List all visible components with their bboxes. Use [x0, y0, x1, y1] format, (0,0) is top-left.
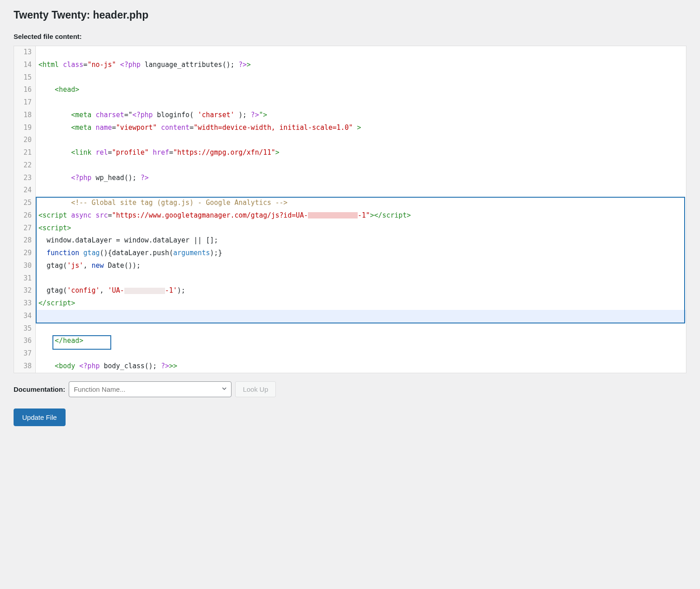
code-line[interactable] — [36, 159, 686, 172]
line-number: 36 — [14, 335, 36, 347]
line-number: 38 — [14, 360, 36, 373]
function-name-select[interactable] — [69, 381, 232, 397]
line-number: 28 — [14, 234, 36, 247]
line-number: 21 — [14, 147, 36, 159]
code-line[interactable]: </head> — [36, 335, 686, 347]
code-line[interactable] — [36, 323, 686, 335]
code-line[interactable] — [36, 96, 686, 109]
line-number: 24 — [14, 184, 36, 197]
lookup-button[interactable]: Look Up — [235, 381, 276, 397]
code-line[interactable]: <!-- Global site tag (gtag.js) - Google … — [36, 197, 686, 209]
code-line[interactable]: <?php wp_head(); ?> — [36, 172, 686, 185]
redacted-id — [308, 212, 358, 218]
code-line[interactable] — [36, 310, 686, 323]
code-line[interactable]: function gtag(){dataLayer.push(arguments… — [36, 247, 686, 260]
code-line[interactable]: <body <?php body_class(); ?>>> — [36, 360, 686, 373]
line-number: 34 — [14, 310, 36, 323]
line-number: 29 — [14, 247, 36, 260]
code-line[interactable]: <script> — [36, 222, 686, 235]
line-number: 14 — [14, 59, 36, 71]
page-title: Twenty Twenty: header.php — [14, 9, 686, 21]
line-number: 22 — [14, 159, 36, 172]
code-line[interactable]: </script> — [36, 297, 686, 310]
line-number: 15 — [14, 71, 36, 84]
line-number: 30 — [14, 260, 36, 272]
line-number: 33 — [14, 297, 36, 310]
code-line[interactable] — [36, 272, 686, 285]
code-line[interactable] — [36, 184, 686, 197]
line-number: 20 — [14, 134, 36, 147]
code-line[interactable]: <script async src="https://www.googletag… — [36, 209, 686, 222]
line-number: 37 — [14, 347, 36, 360]
code-editor[interactable]: 13 14<html class="no-js" <?php language_… — [14, 46, 686, 373]
code-line[interactable]: <meta charset="<?php bloginfo( 'charset'… — [36, 109, 686, 122]
code-line[interactable]: <link rel="profile" href="https://gmpg.o… — [36, 147, 686, 159]
section-label: Selected file content: — [14, 33, 686, 40]
code-line[interactable] — [36, 46, 686, 59]
code-line[interactable]: gtag('config', 'UA--1'); — [36, 285, 686, 297]
code-line[interactable]: <meta name="viewport" content="width=dev… — [36, 122, 686, 134]
line-number: 26 — [14, 209, 36, 222]
update-file-button[interactable]: Update File — [14, 408, 66, 426]
line-number: 31 — [14, 272, 36, 285]
code-line[interactable]: <head> — [36, 84, 686, 96]
code-line[interactable]: gtag('js', new Date()); — [36, 260, 686, 272]
code-line[interactable] — [36, 134, 686, 147]
line-number: 19 — [14, 122, 36, 134]
code-line[interactable]: <html class="no-js" <?php language_attri… — [36, 59, 686, 71]
line-number: 13 — [14, 46, 36, 59]
line-number: 35 — [14, 323, 36, 335]
line-number: 17 — [14, 96, 36, 109]
line-number: 32 — [14, 285, 36, 297]
documentation-controls: Documentation: Look Up — [14, 381, 686, 397]
code-line[interactable] — [36, 71, 686, 84]
line-number: 27 — [14, 222, 36, 235]
code-line[interactable] — [36, 347, 686, 360]
redacted-id — [124, 288, 165, 294]
line-number: 23 — [14, 172, 36, 185]
line-number: 18 — [14, 109, 36, 122]
code-line[interactable]: window.dataLayer = window.dataLayer || [… — [36, 234, 686, 247]
documentation-label: Documentation: — [14, 385, 65, 393]
line-number: 25 — [14, 197, 36, 209]
line-number: 16 — [14, 84, 36, 96]
